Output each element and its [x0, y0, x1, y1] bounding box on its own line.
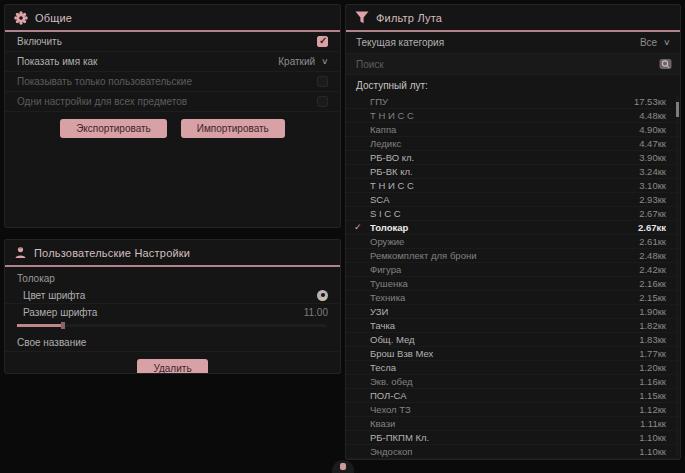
export-button[interactable]: Экспортировать	[60, 119, 167, 138]
only-custom-label: Показывать только пользовательские	[17, 76, 192, 87]
user-settings-header: Пользовательские Настройки	[5, 240, 340, 267]
loot-item-name: Тачка	[370, 320, 639, 331]
list-item[interactable]: 0.2BTC1.09кк	[346, 459, 680, 460]
loot-item-name: РБ-ВК кл.	[370, 166, 639, 177]
list-item[interactable]: Фигура2.42кк	[346, 263, 680, 277]
list-item[interactable]: Тачка1.82кк	[346, 319, 680, 333]
font-size-label: Размер шрифта	[23, 307, 97, 318]
setting-row-name-format: Показать имя как Краткий ∨	[5, 52, 340, 72]
loot-item-value: 2.93кк	[639, 194, 666, 205]
list-item[interactable]: Тушенка2.16кк	[346, 277, 680, 291]
list-item[interactable]: РБ-ПКПМ Кл.1.10кк	[346, 431, 680, 445]
list-item[interactable]: ✓Толокар2.67кк	[346, 221, 680, 235]
category-row: Текущая категория Все ∨	[346, 32, 680, 54]
panel-title: Фильтр Лута	[376, 12, 442, 24]
list-item[interactable]: S I C C2.67кк	[346, 207, 680, 221]
loot-item-value: 1.20кк	[639, 362, 666, 373]
list-item[interactable]: Эндоскоп1.10кк	[346, 445, 680, 459]
available-loot-label: Доступный лут:	[346, 75, 680, 95]
enable-checkbox[interactable]	[317, 36, 328, 47]
loot-item-name: S I C C	[370, 208, 639, 219]
category-value: Все	[640, 37, 657, 48]
custom-name-label: Свое название	[17, 337, 86, 348]
loot-item-name: Квази	[370, 418, 640, 429]
loot-list-scrollbar[interactable]	[676, 95, 679, 456]
loot-item-name: Каппа	[370, 124, 639, 135]
delete-button[interactable]: Удалить	[137, 359, 207, 374]
list-item[interactable]: ГПУ17.53кк	[346, 95, 680, 109]
font-size-slider[interactable]	[17, 322, 326, 330]
gear-icon	[14, 11, 28, 25]
search-input[interactable]	[354, 58, 659, 71]
loot-item-value: 1.90кк	[639, 306, 666, 317]
loot-item-value: 1.12кк	[639, 404, 666, 415]
loot-item-name: РБ-ВО кл.	[370, 152, 639, 163]
loot-item-name: Тушенка	[370, 278, 639, 289]
list-item[interactable]: Оружие2.61кк	[346, 235, 680, 249]
loot-item-name: Брош Взв Мех	[370, 348, 639, 359]
list-item[interactable]: Общ. Мед1.83кк	[346, 333, 680, 347]
slider-fill	[17, 324, 63, 327]
setting-row-same-settings: Одни настройки для всех предметов	[5, 92, 340, 112]
loot-item-value: 2.16кк	[639, 278, 666, 289]
loot-item-name: Техника	[370, 292, 639, 303]
window-drag-handle[interactable]	[332, 460, 354, 473]
category-label: Текущая категория	[356, 37, 444, 48]
loot-item-value: 2.61кк	[639, 236, 666, 247]
loot-item-name: Чехол ТЗ	[370, 404, 639, 415]
list-item[interactable]: Каппа4.90кк	[346, 123, 680, 137]
setting-row-only-custom: Показывать только пользовательские	[5, 72, 340, 92]
font-color-row: Цвет шрифта	[5, 287, 340, 304]
slider-thumb[interactable]	[61, 322, 65, 329]
loot-item-name: Фигура	[370, 264, 639, 275]
search-icon[interactable]	[659, 58, 672, 70]
loot-item-value: 1.10кк	[639, 446, 666, 457]
scrollbar-thumb[interactable]	[676, 102, 679, 117]
general-settings-panel: Общие Включить Показать имя как Краткий …	[4, 4, 341, 228]
loot-item-value: 2.67кк	[638, 222, 666, 233]
loot-item-name: Оружие	[370, 236, 639, 247]
name-format-dropdown[interactable]: Краткий ∨	[278, 56, 328, 67]
list-item[interactable]: SCA2.93кк	[346, 193, 680, 207]
list-item[interactable]: Т Н И С С4.48кк	[346, 109, 680, 123]
loot-item-value: 2.42кк	[639, 264, 666, 275]
delete-row: Удалить	[5, 352, 340, 374]
list-item[interactable]: Ремкомплект для брони2.48кк	[346, 249, 680, 263]
list-item[interactable]: Квази1.11кк	[346, 417, 680, 431]
import-button[interactable]: Импортировать	[181, 119, 285, 138]
panel-title: Общие	[35, 12, 72, 24]
custom-name-input[interactable]	[94, 334, 328, 350]
loot-item-value: 3.24кк	[639, 166, 666, 177]
loot-item-value: 1.10кк	[639, 432, 666, 443]
list-item[interactable]: РБ-ВО кл.3.90кк	[346, 151, 680, 165]
loot-item-name: Общ. Мед	[370, 334, 639, 345]
loot-item-value: 4.90кк	[639, 124, 666, 135]
font-size-value: 11.00	[304, 307, 328, 318]
loot-item-value: 1.16кк	[639, 376, 666, 387]
loot-item-value: 2.15кк	[639, 292, 666, 303]
loot-item-value: 1.15кк	[639, 390, 666, 401]
list-item[interactable]: Техника2.15кк	[346, 291, 680, 305]
color-picker-icon[interactable]	[317, 290, 328, 301]
list-item[interactable]: Ледикс4.47кк	[346, 137, 680, 151]
list-item[interactable]: Тесла1.20кк	[346, 361, 680, 375]
list-item[interactable]: Т Н И С С3.10кк	[346, 179, 680, 193]
user-icon	[14, 246, 27, 259]
list-item[interactable]: РБ-ВК кл.3.24кк	[346, 165, 680, 179]
list-item[interactable]: УЗИ1.90кк	[346, 305, 680, 319]
loot-item-value: 1.77кк	[639, 348, 666, 359]
loot-item-name: Т Н И С С	[370, 180, 639, 191]
list-item[interactable]: Брош Взв Мех1.77кк	[346, 347, 680, 361]
loot-item-value: 3.90кк	[639, 152, 666, 163]
loot-filter-panel: Фильтр Лута Текущая категория Все ∨ Дост…	[345, 4, 681, 460]
loot-item-name: Т Н И С С	[370, 110, 639, 121]
only-custom-checkbox[interactable]	[317, 76, 328, 87]
list-item[interactable]: Экв. обед1.16кк	[346, 375, 680, 389]
list-item[interactable]: ПОЛ-СА1.15кк	[346, 389, 680, 403]
loot-item-name: УЗИ	[370, 306, 639, 317]
list-item[interactable]: Чехол ТЗ1.12кк	[346, 403, 680, 417]
category-dropdown[interactable]: Все ∨	[640, 37, 670, 48]
loot-item-value: 17.53кк	[634, 96, 666, 107]
loot-item-name: Ремкомплект для брони	[370, 250, 639, 261]
same-settings-checkbox[interactable]	[317, 96, 328, 107]
